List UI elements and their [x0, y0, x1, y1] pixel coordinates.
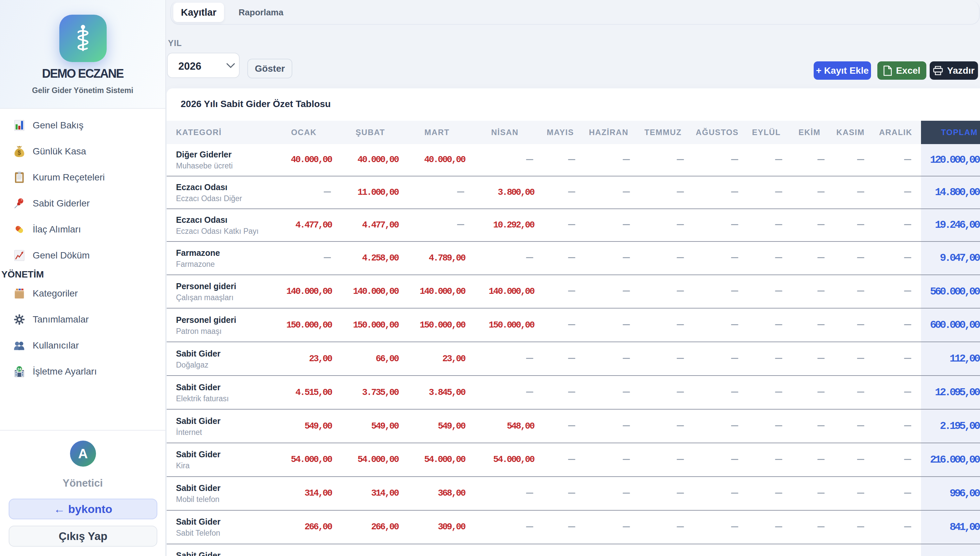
svg-text:$: $: [18, 149, 21, 156]
svg-text:24: 24: [17, 367, 22, 371]
